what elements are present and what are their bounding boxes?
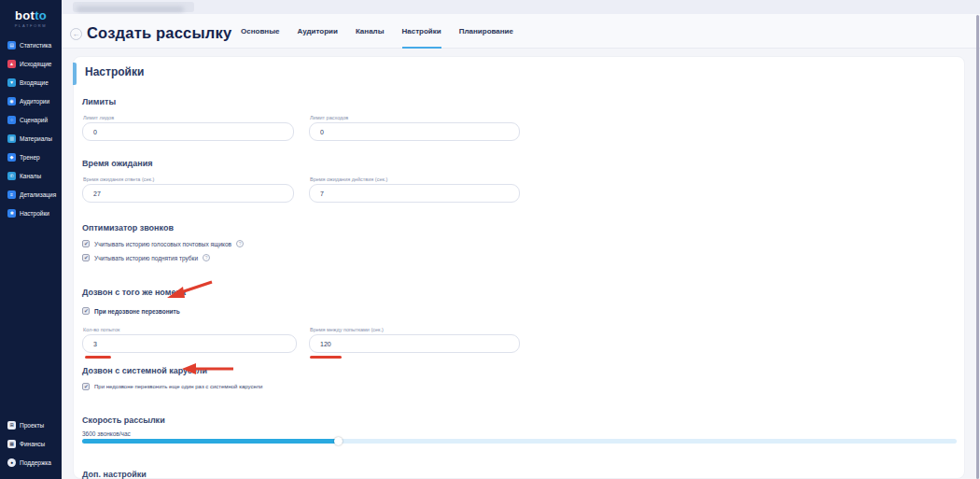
logo-text-accent: to bbox=[35, 8, 47, 22]
page-title: Создать рассылку bbox=[87, 24, 231, 42]
annotation-arrow bbox=[182, 363, 235, 375]
sidebar-item-incoming[interactable]: ▼Входящие bbox=[7, 77, 62, 88]
annotation-arrow bbox=[167, 279, 216, 302]
extra-settings-heading: Доп. настройки bbox=[82, 470, 147, 479]
page-header: ← Создать рассылку Основные Аудитории Ка… bbox=[62, 14, 980, 49]
audiences-icon: ◉ bbox=[7, 97, 16, 106]
outgoing-icon: ▲ bbox=[7, 60, 16, 68]
sidebar-item-label: Настройки bbox=[20, 210, 49, 217]
sidebar-footer: ⊞Проекты ▦Финансы ●Поддержка bbox=[7, 420, 51, 468]
sidebar-item-label: Статистика bbox=[20, 42, 51, 49]
annotation-underline bbox=[85, 356, 111, 359]
voicemail-history-label: Учитывать историю голосовых почтовых ящи… bbox=[94, 241, 231, 247]
logo-subtitle: PLATFORM bbox=[0, 23, 62, 28]
sidebar-item-label: Входящие bbox=[20, 79, 49, 86]
sidebar-item-outgoing[interactable]: ▲Исходящие bbox=[7, 59, 62, 69]
sidebar-item-label: Сценарий bbox=[20, 117, 48, 123]
app-logo[interactable]: botto PLATFORM bbox=[0, 0, 62, 28]
attempt-interval-label: Время между попытками (сек.) bbox=[310, 327, 384, 332]
sidebar-item-materials[interactable]: ▥Материалы bbox=[7, 134, 62, 144]
sidebar-item-support[interactable]: ●Поддержка bbox=[7, 458, 51, 468]
support-icon: ● bbox=[7, 458, 16, 467]
tab-planning[interactable]: Планирование bbox=[459, 14, 513, 49]
voicemail-history-row: Учитывать историю голосовых почтовых ящи… bbox=[82, 240, 244, 247]
sidebar-item-audiences[interactable]: ◉Аудитории bbox=[7, 96, 62, 106]
trainer-icon: ◆ bbox=[7, 153, 16, 162]
speed-slider[interactable] bbox=[82, 439, 957, 444]
spend-limit-input[interactable] bbox=[309, 122, 520, 141]
optimizer-heading: Оптимизатор звонков bbox=[82, 223, 174, 232]
sidebar-item-label: Финансы bbox=[20, 441, 45, 447]
speed-value-label: 3600 звонков/час bbox=[82, 430, 131, 437]
sidebar-item-trainer[interactable]: ◆Тренер bbox=[7, 152, 62, 162]
sidebar-nav: ▤Статистика ▲Исходящие ▼Входящие ◉Аудито… bbox=[0, 40, 62, 218]
finance-icon: ▦ bbox=[7, 440, 16, 448]
speed-slider-thumb[interactable] bbox=[334, 437, 343, 445]
help-icon[interactable]: ? bbox=[203, 254, 210, 261]
settings-card: Настройки Лимиты Лимит лидов Лимит расхо… bbox=[73, 56, 965, 479]
blurred-breadcrumb-text bbox=[77, 7, 184, 12]
tab-channels[interactable]: Каналы bbox=[356, 14, 385, 49]
incoming-icon: ▼ bbox=[7, 78, 16, 87]
attempt-interval-input[interactable] bbox=[309, 334, 520, 353]
top-strip bbox=[62, 0, 980, 14]
scenario-icon: ⁘ bbox=[7, 116, 16, 124]
settings-heading: Настройки bbox=[85, 65, 144, 78]
annotation-underline bbox=[310, 356, 342, 359]
pickup-history-row: Учитывать историю поднятия трубки ? bbox=[82, 254, 210, 261]
sidebar-item-label: Тренер bbox=[20, 154, 40, 161]
action-wait-input[interactable] bbox=[309, 184, 520, 203]
attempts-label: Кол-во попыток bbox=[83, 327, 120, 332]
sidebar: botto PLATFORM ▤Статистика ▲Исходящие ▼В… bbox=[0, 0, 62, 479]
settings-icon: ✱ bbox=[7, 209, 16, 218]
answer-wait-label: Время ожидания ответа (сек.) bbox=[83, 176, 154, 182]
redial-row: При недозвоне перезвонить bbox=[82, 307, 180, 315]
help-icon[interactable]: ? bbox=[236, 240, 244, 247]
sidebar-item-label: Поддержка bbox=[20, 459, 51, 466]
action-wait-label: Время ожидания действия (сек.) bbox=[310, 176, 387, 182]
sidebar-item-statistics[interactable]: ▤Статистика bbox=[7, 40, 62, 50]
sidebar-item-label: Исходящие bbox=[20, 61, 51, 67]
vertical-scrollbar[interactable] bbox=[976, 15, 979, 479]
projects-icon: ⊞ bbox=[7, 421, 16, 430]
tab-audiences[interactable]: Аудитории bbox=[297, 14, 337, 49]
attempts-input[interactable] bbox=[82, 334, 297, 353]
carousel-redial-row: При недозвоне перезвонить еще один раз с… bbox=[82, 383, 262, 390]
materials-icon: ▥ bbox=[7, 134, 16, 143]
carousel-redial-checkbox[interactable] bbox=[82, 383, 90, 390]
tab-bar: Основные Аудитории Каналы Настройки План… bbox=[241, 14, 513, 49]
back-arrow-icon: ← bbox=[73, 30, 80, 38]
waiting-heading: Время ожидания bbox=[82, 159, 153, 168]
back-button[interactable]: ← bbox=[70, 28, 82, 40]
spend-limit-label: Лимит расходов bbox=[310, 115, 348, 120]
redial-label: При недозвоне перезвонить bbox=[94, 308, 180, 315]
sidebar-item-label: Каналы bbox=[20, 173, 41, 179]
sidebar-item-finance[interactable]: ▦Финансы bbox=[7, 439, 51, 449]
leads-limit-label: Лимит лидов bbox=[83, 115, 114, 120]
pickup-history-label: Учитывать историю поднятия трубки bbox=[94, 255, 198, 261]
speed-heading: Скорость рассылки bbox=[82, 416, 165, 425]
sidebar-item-projects[interactable]: ⊞Проекты bbox=[7, 420, 51, 430]
sidebar-item-label: Аудитории bbox=[20, 98, 49, 105]
tab-main[interactable]: Основные bbox=[241, 14, 279, 49]
logo-text: bot bbox=[15, 8, 35, 22]
sidebar-item-label: Материалы bbox=[20, 135, 52, 142]
speed-slider-fill bbox=[82, 439, 339, 444]
sidebar-item-channels[interactable]: ✆Каналы bbox=[7, 171, 62, 181]
pickup-history-checkbox[interactable] bbox=[82, 254, 90, 261]
limits-heading: Лимиты bbox=[82, 97, 116, 106]
voicemail-history-checkbox[interactable] bbox=[82, 240, 90, 247]
redial-checkbox[interactable] bbox=[82, 307, 90, 315]
carousel-redial-label: При недозвоне перезвонить еще один раз с… bbox=[94, 384, 262, 389]
sidebar-item-settings[interactable]: ✱Настройки bbox=[7, 208, 62, 218]
leads-limit-input[interactable] bbox=[82, 122, 294, 141]
details-icon: ≡ bbox=[7, 190, 16, 199]
statistics-icon: ▤ bbox=[7, 41, 16, 49]
sidebar-item-details[interactable]: ≡Детализация bbox=[7, 190, 62, 200]
answer-wait-input[interactable] bbox=[82, 184, 294, 203]
section-accent-bar bbox=[73, 63, 77, 85]
tab-settings[interactable]: Настройки bbox=[402, 14, 441, 49]
sidebar-item-scenario[interactable]: ⁘Сценарий bbox=[7, 115, 62, 125]
sidebar-item-label: Детализация bbox=[20, 191, 56, 198]
channels-icon: ✆ bbox=[7, 172, 16, 180]
